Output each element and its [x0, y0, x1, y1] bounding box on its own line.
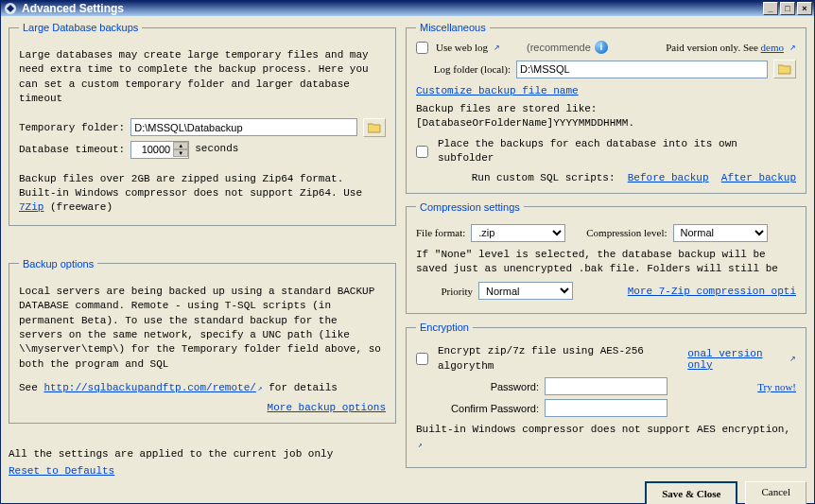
external-icon: ↗ [418, 441, 423, 449]
remote-url-link[interactable]: http://sqlbackupandftp.com/remote/ [43, 382, 255, 393]
more-backup-options-link[interactable]: More backup options [268, 402, 386, 413]
folder-icon [368, 122, 381, 133]
log-folder-browse-button[interactable] [773, 60, 796, 78]
aes-note: Built-in Windows compressor does not sup… [416, 423, 796, 452]
backup-options-desc: Local servers are being backed up using … [19, 285, 386, 372]
maximize-button[interactable]: □ [780, 2, 795, 15]
subfolder-checkbox[interactable] [416, 146, 428, 158]
save-close-button[interactable]: Save & Close [645, 481, 737, 504]
db-timeout-label: Database timeout: [19, 144, 125, 155]
external-icon: ↗ [789, 355, 796, 363]
priority-label: Priority [416, 286, 473, 297]
customize-filename-link[interactable]: Customize backup file name [416, 85, 579, 96]
try-now-link[interactable]: Try now! [757, 381, 796, 392]
cancel-button[interactable]: Cancel [745, 481, 806, 504]
encrypt-checkbox[interactable] [416, 353, 428, 365]
app-icon [3, 1, 18, 16]
folder-icon [778, 63, 791, 75]
backup-options-see: See http://sqlbackupandftp.com/remote/↗ … [19, 381, 386, 395]
use-web-log-label: Use web log [436, 42, 488, 53]
log-folder-input[interactable] [516, 61, 768, 78]
compression-legend: Compression settings [416, 201, 524, 213]
window-title: Advanced Settings [22, 2, 124, 15]
after-backup-link[interactable]: After backup [721, 172, 796, 183]
backup-options-group: Backup options Local servers are being b… [9, 258, 396, 425]
encrypt-label: Encrypt zip/7z file using AES-256 algory… [438, 344, 676, 374]
applied-note: All the settings are applied to the curr… [9, 448, 396, 460]
paid-only-label: Paid version only. See demo [666, 42, 784, 53]
confirm-password-input[interactable] [545, 399, 668, 417]
onal-version-link[interactable]: onal version only [687, 348, 782, 371]
stored-like-note: Backup files are stored like: [DatabaseO… [416, 102, 796, 131]
seconds-label: seconds [195, 142, 238, 156]
more-7zip-link[interactable]: More 7-Zip compression opti [628, 286, 796, 297]
temp-folder-label: Temporary folder: [19, 122, 125, 133]
before-backup-link[interactable]: Before backup [628, 172, 709, 183]
confirm-password-label: Confirm Password: [416, 403, 539, 414]
file-format-label: File format: [416, 227, 465, 238]
password-label: Password: [416, 381, 539, 392]
subfolder-label: Place the backups for each database into… [438, 137, 796, 166]
run-custom-label: Run custom SQL scripts: [472, 172, 616, 183]
zip64-note: Backup files over 2GB are zipped using Z… [19, 172, 386, 216]
file-format-select[interactable]: .zip [471, 224, 565, 242]
external-icon: ↗ [789, 43, 796, 52]
spinner-up[interactable]: ▲ [173, 142, 188, 149]
reset-defaults-link[interactable]: Reset to Defaults [9, 465, 114, 477]
large-db-desc: Large databases may create large tempora… [19, 48, 386, 107]
log-folder-label: Log folder (local): [416, 63, 511, 75]
compression-level-select[interactable]: Normal [673, 224, 768, 242]
recommended-label: (recommende [527, 42, 591, 53]
close-button[interactable]: × [797, 2, 812, 15]
db-timeout-input[interactable] [131, 142, 173, 158]
use-web-log-checkbox[interactable] [416, 42, 428, 54]
advanced-settings-window: Advanced Settings _ □ × Large Database b… [0, 0, 815, 504]
titlebar: Advanced Settings _ □ × [1, 1, 814, 16]
temp-folder-input[interactable] [130, 118, 357, 136]
db-timeout-spinner[interactable]: ▲▼ [130, 141, 189, 159]
demo-link[interactable]: demo [761, 42, 784, 53]
external-icon: ↗ [494, 43, 500, 52]
misc-group: Miscellaneous Use web log↗ (recommendei … [406, 22, 806, 194]
none-level-note: If "None" level is selected, the databas… [416, 248, 796, 277]
encryption-group: Encryption Encrypt zip/7z file using AES… [406, 322, 806, 468]
large-db-legend: Large Database backups [19, 22, 142, 33]
backup-options-legend: Backup options [19, 258, 97, 269]
spinner-down[interactable]: ▼ [173, 149, 188, 157]
info-icon: i [595, 41, 608, 54]
priority-select[interactable]: Normal [478, 282, 573, 300]
encryption-legend: Encryption [416, 322, 473, 333]
minimize-button[interactable]: _ [763, 2, 778, 15]
misc-legend: Miscellaneous [416, 22, 490, 33]
large-db-group: Large Database backups Large databases m… [9, 22, 396, 226]
temp-folder-browse-button[interactable] [363, 118, 386, 137]
compression-group: Compression settings File format: .zip C… [406, 201, 806, 315]
password-input[interactable] [545, 377, 668, 395]
7zip-link[interactable]: 7Zip [19, 201, 43, 213]
compression-level-label: Compression level: [586, 227, 667, 238]
